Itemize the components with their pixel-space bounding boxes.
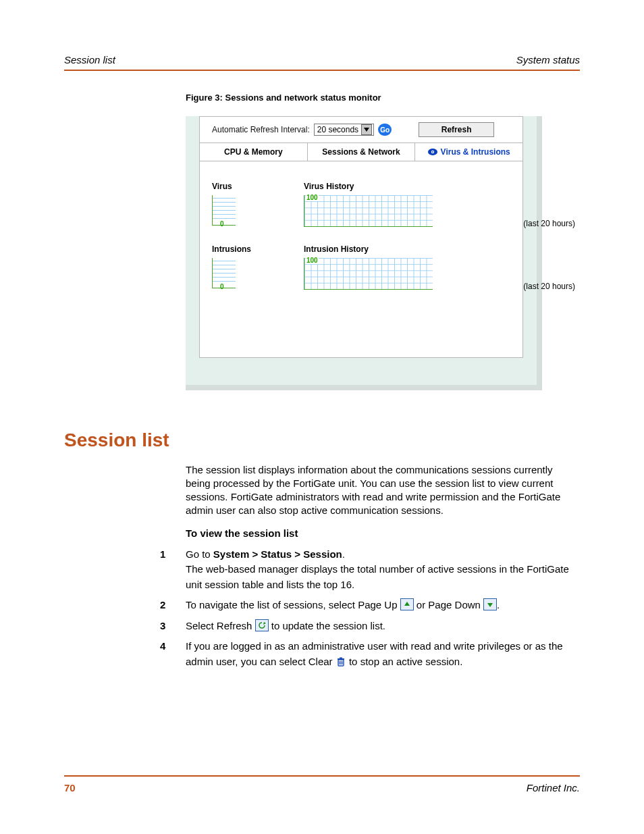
tab-virus-intrusions-label: Virus & Intrusions	[441, 147, 510, 157]
header-right: System status	[516, 54, 580, 66]
svg-marker-6	[263, 622, 266, 625]
intrusions-title: Intrusions	[212, 244, 294, 254]
step-2: To navigate the list of sessions, select…	[160, 598, 580, 613]
monitor-toolbar: Automatic Refresh Interval: 20 seconds G…	[200, 117, 522, 142]
virus-history-ylabel: 100	[306, 194, 319, 201]
page-down-icon	[483, 598, 497, 610]
intrusion-history-ylabel: 100	[306, 257, 319, 264]
go-button[interactable]: Go	[378, 124, 392, 136]
virus-history-graph: 100	[304, 195, 433, 227]
tab-cpu-memory-label: CPU & Memory	[224, 147, 283, 157]
procedure-steps: Go to System > Status > Session. The web…	[186, 547, 580, 670]
refresh-icon	[255, 619, 269, 631]
monitor-content: Virus 0	[200, 161, 522, 290]
tab-sessions-network-label: Sessions & Network	[322, 147, 400, 157]
step-1: Go to System > Status > Session. The web…	[160, 547, 580, 593]
company-name: Fortinet Inc.	[527, 782, 580, 793]
svg-marker-0	[364, 128, 369, 132]
virus-title: Virus	[212, 182, 294, 191]
page-footer: 70 Fortinet Inc.	[64, 775, 580, 793]
intrusions-gauge-zero: 0	[220, 283, 224, 290]
eye-icon	[428, 149, 437, 155]
virus-gauge-zero: 0	[220, 220, 224, 228]
svg-marker-5	[487, 603, 493, 607]
step-3: Select Refresh to update the session lis…	[160, 619, 580, 634]
virus-history-caption: (last 20 hours)	[523, 219, 575, 228]
svg-point-3	[432, 151, 433, 153]
svg-marker-4	[404, 602, 410, 606]
tab-sessions-network[interactable]: Sessions & Network	[308, 143, 416, 161]
page-number: 70	[64, 782, 76, 793]
svg-rect-9	[340, 657, 342, 658]
step-1-sub: The web-based manager displays the total…	[186, 562, 580, 592]
page-up-icon	[400, 598, 414, 610]
header-left: Session list	[64, 54, 115, 66]
tab-cpu-memory[interactable]: CPU & Memory	[200, 143, 308, 161]
monitor-tabs: CPU & Memory Sessions & Network	[200, 142, 522, 161]
intrusion-history-graph: 100	[304, 258, 433, 290]
section-heading: Session list	[64, 429, 580, 451]
step-4: If you are logged in as an administrativ…	[160, 639, 580, 669]
intrusion-history-caption: (last 20 hours)	[523, 282, 575, 291]
intrusion-history-title: Intrusion History	[304, 244, 510, 254]
procedure-title: To view the session list	[186, 527, 580, 540]
refresh-interval-value: 20 seconds	[317, 125, 358, 134]
page-header: Session list System status	[64, 54, 580, 71]
section-intro: The session list displays information ab…	[186, 463, 580, 517]
screenshot-panel: Automatic Refresh Interval: 20 seconds G…	[186, 116, 542, 390]
tab-virus-intrusions[interactable]: Virus & Intrusions	[415, 143, 522, 161]
refresh-button[interactable]: Refresh	[419, 122, 494, 137]
figure-caption: Figure 3: Sessions and network status mo…	[186, 93, 580, 103]
trash-icon	[336, 656, 346, 667]
refresh-interval-select[interactable]: 20 seconds	[314, 124, 374, 136]
virus-history-title: Virus History	[304, 182, 510, 191]
step-1-path: System > Status > Session	[213, 548, 342, 560]
dropdown-arrow-icon[interactable]	[361, 124, 372, 135]
refresh-interval-label: Automatic Refresh Interval:	[212, 125, 310, 134]
